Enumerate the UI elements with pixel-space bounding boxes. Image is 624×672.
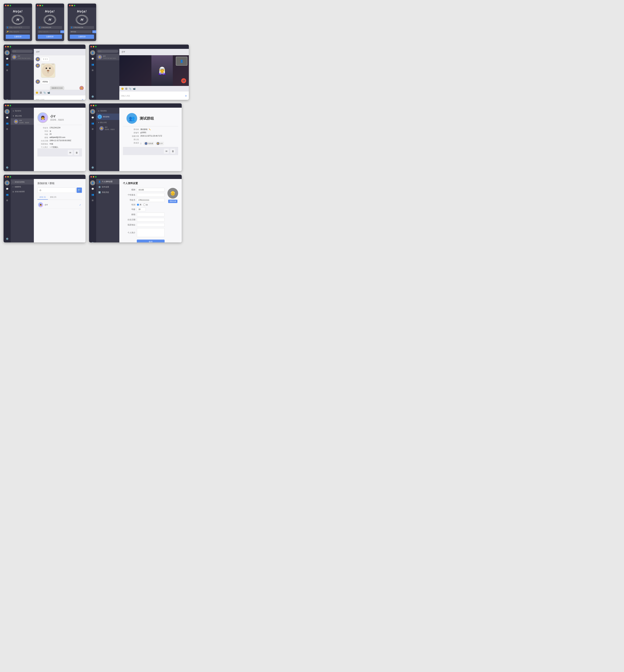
edit-group-icon[interactable]: ✏️ [149, 128, 151, 130]
min-btn-3[interactable] [72, 5, 73, 6]
add-friend-sidebar-chat[interactable]: 💬 [5, 187, 9, 191]
contact-item-small-xy[interactable]: 😊 小Y TODO the last message [11, 54, 34, 60]
birthday-input[interactable] [137, 218, 164, 222]
close-btn-3[interactable] [69, 5, 71, 6]
phone-input-2[interactable] [41, 27, 61, 28]
video-image-icon[interactable]: 🖼 [125, 88, 127, 90]
close-btn-1[interactable] [5, 5, 6, 6]
close-video[interactable] [90, 46, 92, 47]
email-input-settings[interactable] [137, 213, 164, 216]
min-profile[interactable] [7, 105, 9, 106]
video-file-icon[interactable]: 📎 [129, 88, 131, 90]
contact-item-video-xy[interactable]: 😊 小Y TODO the last message [96, 54, 119, 60]
min-add-friend[interactable] [7, 176, 9, 177]
sidebar-settings-video[interactable]: ⚙️ [90, 95, 95, 99]
add-friend-sidebar-settings[interactable]: ⚙️ [5, 237, 9, 241]
video-icon-small[interactable]: 📹 [47, 92, 50, 94]
max-btn-1[interactable] [9, 5, 11, 6]
sidebar-chat-video[interactable]: 💬 [90, 57, 95, 61]
video-emoji-icon[interactable]: 😊 [121, 88, 124, 90]
send-button-small[interactable]: ✈ [82, 98, 84, 100]
code-input-1[interactable] [9, 31, 29, 33]
login-submit-3[interactable]: 注册/登录 [70, 34, 94, 39]
settings-sidebar-group[interactable]: ⊞ [90, 198, 95, 202]
max-video[interactable] [95, 46, 97, 47]
login-submit-2[interactable]: 注册/登录 [38, 34, 62, 39]
sidebar-settings-icon-small[interactable]: ⚙️ [5, 98, 9, 100]
group-xy-item[interactable]: 😊 小Y 甜甜哦，我最美 [96, 125, 119, 131]
max-chat-small[interactable] [9, 46, 11, 47]
phone-input-3[interactable] [73, 27, 93, 28]
add-friend-menu-item[interactable]: + 添加好友/群组 [11, 180, 34, 184]
emoji-icon-small[interactable]: 😊 [36, 92, 38, 94]
gender-male-radio[interactable] [137, 204, 139, 206]
group-delete-btn[interactable]: 🗑 [170, 149, 175, 154]
group-sidebar-contacts[interactable]: 👥 [90, 121, 95, 125]
settings-menu-software[interactable]: ⚙️ 软件设置 [96, 184, 119, 190]
max-btn-3[interactable] [74, 5, 75, 6]
add-friend-sidebar-group[interactable]: ⊞ [5, 198, 9, 202]
sidebar-group-icon-small[interactable]: ⊞ [5, 68, 9, 72]
close-btn-2[interactable] [37, 5, 38, 6]
manage-groups-menu-item[interactable]: ⊞ 好友分组管理 [11, 189, 34, 194]
countdown-btn-3[interactable]: 20 s [92, 30, 96, 33]
search-input-small[interactable] [12, 50, 33, 53]
settings-sidebar-contacts[interactable]: 👥 [90, 193, 95, 197]
location-input[interactable] [137, 223, 164, 227]
age-input[interactable] [137, 207, 146, 211]
add-friend-search-input[interactable] [37, 188, 76, 193]
end-call-button[interactable]: 📵 [181, 78, 186, 83]
tab-groups[interactable]: 群组 (0) [48, 195, 58, 200]
create-group-menu-item[interactable]: + 创建群组 [11, 184, 34, 189]
login-submit-1[interactable]: 注册/登录 [6, 34, 30, 39]
search-input-video[interactable] [97, 50, 118, 53]
contact-xy-profile[interactable]: 😊 小Y 甜甜哦，我最美 [11, 118, 34, 125]
default-group-item[interactable]: ▼ 默认分组 [11, 114, 34, 118]
change-avatar-btn[interactable]: 更换头像 [168, 200, 177, 203]
max-add-friend[interactable] [9, 176, 11, 177]
video-chat-input[interactable] [121, 95, 183, 97]
max-profile[interactable] [9, 105, 11, 106]
sidebar-contacts-video[interactable]: 👥 [90, 63, 95, 67]
group-message-btn[interactable]: ✉ [164, 149, 169, 154]
close-profile[interactable] [5, 105, 6, 106]
add-friend-sidebar-contacts[interactable]: 👥 [5, 193, 9, 197]
settings-menu-system[interactable]: ℹ️ 系统消息 [96, 190, 119, 195]
add-friend-search-btn[interactable]: 🔍 [77, 188, 82, 193]
group-sidebar-settings[interactable]: ⚙️ [90, 166, 95, 170]
group-sidebar-group[interactable]: ⊞ [90, 127, 95, 131]
countdown-btn-2[interactable]: 53 s [60, 30, 64, 33]
min-settings[interactable] [93, 176, 94, 177]
video-cam-icon[interactable]: 📹 [133, 88, 135, 90]
intro-textarea[interactable] [137, 228, 164, 237]
min-btn-2[interactable] [40, 5, 41, 6]
code-input-2[interactable] [38, 30, 59, 33]
sidebar-contacts-icon-small[interactable]: 👥 [5, 63, 9, 67]
settings-sidebar-chat[interactable]: 💬 [90, 187, 95, 191]
sidebar-chat-icon-small[interactable]: 💬 [5, 57, 9, 61]
chat-input-small[interactable] [36, 99, 80, 100]
max-settings[interactable] [95, 176, 97, 177]
code-input-3[interactable] [70, 30, 92, 33]
save-settings-btn[interactable]: 保存 [137, 240, 164, 243]
close-settings[interactable] [90, 176, 92, 177]
delete-action-btn[interactable]: 🗑 [74, 150, 79, 155]
nickname-input[interactable] [137, 188, 164, 192]
test-group-item[interactable]: 👥 测试群组 [96, 114, 119, 120]
tab-friends[interactable]: 好友 (1) [37, 195, 48, 200]
settings-sidebar-settings[interactable]: ⚙️ [90, 241, 95, 243]
min-btn-1[interactable] [7, 5, 9, 6]
min-chat-small[interactable] [7, 46, 9, 47]
group-sidebar-chat[interactable]: 💬 [90, 116, 95, 120]
profile-sidebar-settings[interactable]: ⚙️ [5, 166, 9, 170]
close-chat-small[interactable] [5, 46, 6, 47]
min-video[interactable] [93, 46, 94, 47]
close-group[interactable] [90, 105, 92, 106]
profile-sidebar-group[interactable]: ⊞ [5, 127, 9, 131]
image-icon-small[interactable]: 🖼 [40, 92, 42, 94]
bio-input[interactable] [137, 193, 164, 197]
max-group[interactable] [95, 105, 97, 106]
phone-input-settings[interactable] [137, 198, 164, 202]
video-send-button[interactable]: ✈ [185, 95, 187, 97]
settings-menu-profile[interactable]: 👤 个人资料设置 [96, 179, 119, 184]
